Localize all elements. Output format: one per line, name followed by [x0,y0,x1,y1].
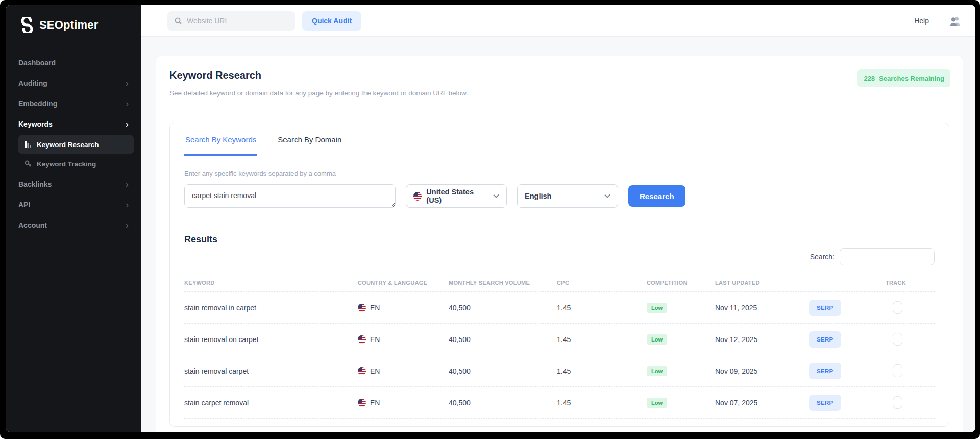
language-select[interactable]: English [517,184,618,208]
chevron-down-icon [604,194,610,198]
keywords-field-label: Enter any specific keywords separated by… [184,169,935,177]
searches-remaining-badge: 228 Searches Remaining [857,69,950,87]
page-title: Keyword Research [169,69,949,81]
page-subtitle: See detailed keyword or domain data for … [169,89,949,97]
sidebar-nav: Dashboard Auditing › Embedding › Keyword… [6,43,141,245]
volume-cell: 40,500 [449,335,557,344]
seoptimer-logo[interactable]: SEOptimer [6,5,141,43]
country-language-cell: EN [358,399,449,407]
main-area: Quick Audit Help Keyword Research See de… [141,5,975,432]
sidebar-item-backlinks[interactable]: Backlinks › [13,174,134,194]
competition-badge: Low [647,398,667,408]
last-updated-cell: Nov 11, 2025 [715,304,809,312]
sidebar-item-embedding[interactable]: Embedding › [13,93,134,114]
content-area: Keyword Research See detailed keyword or… [141,37,975,432]
competition-badge: Low [647,334,667,345]
serp-cell: SERP [809,300,886,316]
competition-badge: Low [647,366,667,376]
users-icon[interactable] [948,15,962,27]
serp-cell: SERP [809,395,886,411]
sidebar-item-dashboard[interactable]: Dashboard [13,53,134,73]
help-link[interactable]: Help [914,17,929,25]
sidebar-item-api[interactable]: API › [13,194,134,215]
track-checkbox[interactable] [893,333,902,346]
col-cpc: CPC [557,280,647,286]
language-code: EN [370,335,380,344]
table-search-input[interactable] [840,248,935,265]
tab-search-by-keywords[interactable]: Search By Keywords [184,123,257,156]
serp-button[interactable]: SERP [809,331,841,348]
col-competition: COMPETITION [647,280,715,286]
col-monthly-search-volume: MONTHLY SEARCH VOLUME [449,280,557,286]
serp-button[interactable]: SERP [809,363,841,379]
quick-audit-button[interactable]: Quick Audit [302,11,361,31]
us-flag-icon [358,399,366,407]
table-row: stain removal carpet EN 40,500 1.45 Low … [184,355,935,387]
keyword-research-card: Keyword Research See detailed keyword or… [156,56,963,432]
us-flag-icon [358,335,366,344]
cpc-cell: 1.45 [557,399,647,407]
language-code: EN [370,367,380,375]
tab-bar: Search By Keywords Search By Domain [170,123,949,156]
chevron-right-icon: › [126,180,129,189]
country-language-cell: EN [358,335,449,344]
table-body: stain removal in carpet EN 40,500 1.45 L… [184,292,935,419]
competition-badge: Low [647,303,667,313]
country-language-cell: EN [358,304,449,312]
col-country-language: COUNTRY & LANGUAGE [358,280,449,286]
serp-cell: SERP [809,331,886,348]
keyword-cell: stain carpet removal [184,399,358,407]
competition-cell: Low [647,366,715,376]
competition-cell: Low [647,398,715,408]
table-search-row: Search: [184,248,935,265]
searches-remaining-label: Searches Remaining [879,75,944,82]
serp-button[interactable]: SERP [809,300,841,316]
website-url-field[interactable] [167,11,295,31]
country-select[interactable]: United States (US) [406,184,507,208]
chevron-right-icon: › [126,200,129,209]
competition-cell: Low [647,303,715,313]
search-icon [174,17,182,25]
volume-cell: 40,500 [449,367,557,375]
sidebar-item-keyword-research[interactable]: Keyword Research [18,135,134,154]
app-window: SEOptimer Dashboard Auditing › Embedding… [6,5,975,432]
sidebar-item-auditing[interactable]: Auditing › [13,73,134,93]
keywords-textarea[interactable]: carpet stain removal [184,184,396,208]
website-url-input[interactable] [187,17,288,25]
chevron-right-icon: › [126,119,129,129]
track-checkbox[interactable] [893,364,902,377]
us-flag-icon [358,367,366,375]
searches-remaining-count: 228 [864,75,875,82]
key-icon [24,160,32,167]
topbar: Quick Audit Help [141,5,975,37]
results-heading: Results [184,234,935,245]
col-track: TRACK [886,280,935,286]
table-search-label: Search: [810,253,835,261]
keyword-cell: stain removal in carpet [184,304,358,312]
chevron-right-icon: › [126,221,129,230]
table-header-row: KEYWORD COUNTRY & LANGUAGE MONTHLY SEARC… [184,274,935,292]
language-code: EN [370,304,380,312]
chevron-right-icon: › [126,99,129,108]
tab-search-by-domain[interactable]: Search By Domain [277,123,342,156]
sidebar: SEOptimer Dashboard Auditing › Embedding… [6,5,141,432]
research-button[interactable]: Research [628,185,685,207]
competition-cell: Low [647,334,715,345]
track-cell [886,364,935,377]
seoptimer-logo-icon [19,17,35,33]
cpc-cell: 1.45 [557,335,647,344]
track-checkbox[interactable] [893,301,902,314]
panel-body: Enter any specific keywords separated by… [170,156,949,419]
language-code: EN [370,399,380,407]
last-updated-cell: Nov 07, 2025 [715,399,809,407]
sidebar-item-keywords[interactable]: Keywords › [13,114,134,134]
serp-button[interactable]: SERP [809,395,841,411]
track-checkbox[interactable] [893,396,902,409]
search-panel: Search By Keywords Search By Domain Ente… [169,123,949,427]
sidebar-item-account[interactable]: Account › [13,215,134,235]
cpc-cell: 1.45 [557,367,647,375]
sidebar-item-keyword-tracking[interactable]: Keyword Tracking [18,155,134,173]
volume-cell: 40,500 [449,304,557,312]
col-last-updated: LAST UPDATED [715,280,809,286]
us-flag-icon [413,192,422,201]
